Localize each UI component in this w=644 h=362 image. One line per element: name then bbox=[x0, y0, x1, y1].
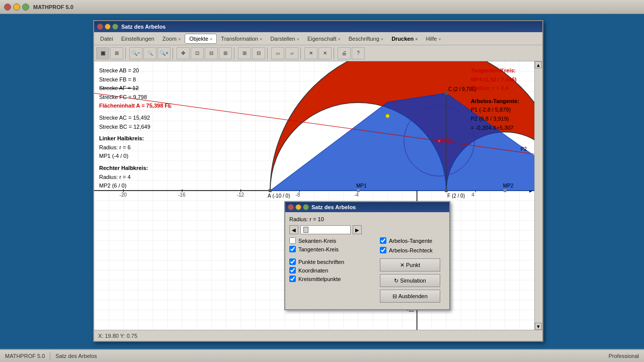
tool-zoom-in[interactable]: 🔍+ bbox=[157, 47, 171, 59]
menu-darstellen[interactable]: Darstellen× bbox=[266, 34, 303, 43]
checkbox-kreismittelpunkte: Kreismittelpunkte bbox=[289, 276, 376, 282]
app-status-tab: Satz des Arbelos bbox=[55, 353, 97, 359]
win-min-btn[interactable] bbox=[105, 24, 111, 30]
tool-fit3[interactable]: ⊞ bbox=[219, 47, 232, 59]
tool-measure[interactable]: ⊞ bbox=[110, 47, 123, 59]
radius-label: Radius: r = 10 bbox=[289, 216, 335, 222]
dialog-max-btn[interactable] bbox=[303, 204, 309, 210]
tool-t1[interactable]: ▭ bbox=[271, 47, 284, 59]
menu-zoom[interactable]: Zoom× bbox=[158, 34, 185, 43]
menu-drucken[interactable]: Drucken× bbox=[387, 34, 422, 43]
arbelos-tangente-checkbox[interactable] bbox=[380, 237, 386, 244]
app-status-left: MATHPROF 5.0 bbox=[5, 353, 45, 359]
window-title-bar: Satz des Arbelos bbox=[94, 21, 542, 32]
tool-grid[interactable]: ⊞ bbox=[238, 47, 251, 59]
app-title: MATHPROF 5.0 bbox=[33, 4, 73, 10]
scroll-up-btn[interactable]: ▲ bbox=[535, 61, 542, 68]
arbelos-rechteck-checkbox[interactable] bbox=[380, 247, 386, 253]
tool-axis[interactable]: ⊟ bbox=[252, 47, 265, 59]
scroll-down-btn[interactable]: ▼ bbox=[535, 323, 542, 330]
tool-zoom-in-partial[interactable]: 🔍 bbox=[143, 47, 156, 59]
tool-fit[interactable]: ⊡ bbox=[191, 47, 204, 59]
app-status-right: Professional bbox=[608, 353, 639, 359]
kreismittelpunkte-checkbox[interactable] bbox=[289, 276, 296, 282]
minimize-btn[interactable] bbox=[13, 4, 20, 11]
win-title-buttons[interactable] bbox=[97, 24, 118, 30]
kreismittelpunkte-label: Kreismittelpunkte bbox=[298, 276, 341, 282]
ausblenden-button[interactable]: ⊟ Ausblenden bbox=[380, 290, 440, 303]
tool-select[interactable]: ▣ bbox=[96, 47, 109, 59]
tool-help[interactable]: ? bbox=[352, 47, 365, 59]
dialog-close-btn[interactable] bbox=[288, 204, 294, 210]
arbelos-rechteck-label: Arbelos-Rechteck bbox=[389, 247, 433, 253]
tool-move[interactable]: ✥ bbox=[177, 47, 190, 59]
title-bar-buttons[interactable] bbox=[4, 4, 29, 11]
arbelos-tangente-label: Arbelos-Tangente bbox=[389, 238, 432, 244]
checkbox-arbelos-rechteck: Arbelos-Rechteck bbox=[380, 247, 445, 253]
dialog-body: Radius: r = 10 ◀ ▶ Sekanten-Kreis Ta bbox=[285, 212, 449, 309]
radius-row: Radius: r = 10 bbox=[289, 216, 445, 222]
sekanten-checkbox[interactable] bbox=[289, 237, 296, 244]
app-title-bar: MATHPROF 5.0 bbox=[0, 0, 644, 14]
tool-delete[interactable]: ✕ bbox=[304, 47, 317, 59]
checkbox-sekanten: Sekanten-Kreis bbox=[289, 237, 376, 244]
menu-bar: Datei Einstellungen Zoom× Objekte× Trans… bbox=[94, 32, 542, 45]
app-status-bar: MATHPROF 5.0 Satz des Arbelos Profession… bbox=[0, 349, 644, 362]
dialog-min-btn[interactable] bbox=[295, 204, 301, 210]
maximize-btn[interactable] bbox=[22, 4, 29, 11]
menu-objekte[interactable]: Objekte× bbox=[185, 34, 217, 44]
graph-status-bar: X: 19.80 Y: 0.75 bbox=[94, 330, 542, 341]
toolbar: ▣ ⊞ 🔍− 🔍 🔍+ ✥ ⊡ ⊟ ⊞ ⊞ ⊟ ▭ ▱ ✕ ✕ 🖨 ? bbox=[94, 45, 542, 61]
dialog-columns: Sekanten-Kreis Tangenten-Kreis Punkte be… bbox=[289, 237, 445, 305]
coords-display: X: 19.80 Y: 0.75 bbox=[98, 333, 137, 339]
slider-left-btn[interactable]: ◀ bbox=[289, 225, 298, 234]
koordinaten-checkbox[interactable] bbox=[289, 267, 296, 274]
menu-eigenschaft[interactable]: Eigenschaft× bbox=[303, 34, 345, 43]
punkte-label: Punkte beschriften bbox=[298, 259, 344, 265]
koordinaten-label: Koordinaten bbox=[298, 267, 328, 274]
dialog-arbelos: Satz des Arbelos Radius: r = 10 ◀ ▶ Seka… bbox=[284, 201, 450, 310]
dialog-title-bar: Satz des Arbelos bbox=[285, 202, 449, 212]
checkbox-punkte: Punkte beschriften bbox=[289, 258, 376, 265]
slider-thumb bbox=[303, 227, 308, 233]
checkbox-koordinaten: Koordinaten bbox=[289, 267, 376, 274]
dialog-col-left: Sekanten-Kreis Tangenten-Kreis Punkte be… bbox=[289, 237, 376, 305]
close-btn[interactable] bbox=[4, 4, 11, 11]
tool-delete2[interactable]: ✕ bbox=[318, 47, 332, 59]
menu-beschriftung[interactable]: Beschriftung× bbox=[345, 34, 387, 43]
slider-row: ◀ ▶ bbox=[289, 225, 445, 234]
punkte-checkbox[interactable] bbox=[289, 258, 296, 265]
dialog-title-buttons[interactable] bbox=[288, 204, 309, 210]
slider-right-btn[interactable]: ▶ bbox=[353, 225, 362, 234]
status-divider bbox=[50, 351, 50, 360]
simulation-button[interactable]: ↻ Simulation bbox=[380, 274, 440, 287]
radius-slider[interactable]: ◀ ▶ bbox=[289, 225, 362, 234]
tool-fit2[interactable]: ⊟ bbox=[205, 47, 218, 59]
checkbox-tangenten: Tangenten-Kreis bbox=[289, 246, 376, 252]
dialog-col-right: Arbelos-Tangente Arbelos-Rechteck ✕ Punk… bbox=[380, 237, 445, 305]
menu-datei[interactable]: Datei bbox=[96, 34, 117, 43]
scrollbar-vertical[interactable]: ▲ ▼ bbox=[534, 61, 542, 330]
tool-t2[interactable]: ▱ bbox=[285, 47, 298, 59]
tool-print[interactable]: 🖨 bbox=[338, 47, 351, 59]
punkt-button[interactable]: ✕ Punkt bbox=[380, 258, 440, 272]
menu-hilfe[interactable]: Hilfe× bbox=[422, 34, 445, 43]
menu-transformation[interactable]: Transformation× bbox=[217, 34, 266, 43]
window-title: Satz des Arbelos bbox=[121, 24, 166, 30]
win-close-btn[interactable] bbox=[97, 24, 103, 30]
sekanten-label: Sekanten-Kreis bbox=[298, 238, 336, 244]
checkbox-arbelos-tangente: Arbelos-Tangente bbox=[380, 237, 445, 244]
slider-track[interactable] bbox=[300, 225, 351, 234]
tangenten-label: Tangenten-Kreis bbox=[298, 246, 339, 252]
tangenten-checkbox[interactable] bbox=[289, 246, 296, 252]
dialog-title: Satz des Arbelos bbox=[311, 204, 356, 210]
win-max-btn[interactable] bbox=[112, 24, 118, 30]
menu-einstellungen[interactable]: Einstellungen bbox=[117, 34, 158, 43]
tool-zoom-out[interactable]: 🔍− bbox=[129, 47, 142, 59]
